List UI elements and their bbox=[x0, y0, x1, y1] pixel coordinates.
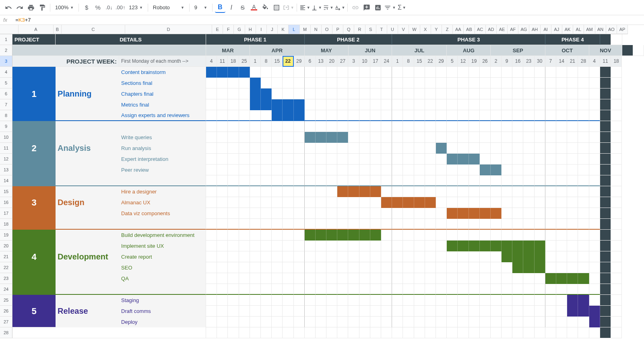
gantt-cell[interactable] bbox=[491, 88, 502, 99]
gantt-cell[interactable] bbox=[458, 306, 469, 317]
gantt-cell[interactable] bbox=[436, 132, 447, 143]
gantt-cell[interactable] bbox=[348, 88, 359, 99]
gantt-cell[interactable] bbox=[523, 230, 534, 241]
gantt-cell[interactable] bbox=[491, 110, 502, 121]
gantt-cell[interactable] bbox=[556, 219, 567, 230]
gantt-cell[interactable] bbox=[239, 110, 250, 121]
gantt-cell[interactable] bbox=[469, 143, 480, 154]
gantt-cell[interactable] bbox=[305, 175, 316, 186]
gantt-cell[interactable] bbox=[250, 219, 261, 230]
gantt-cell[interactable] bbox=[381, 143, 392, 154]
gantt-cell[interactable] bbox=[556, 132, 567, 143]
gantt-cell[interactable] bbox=[217, 186, 228, 197]
gantt-cell[interactable] bbox=[337, 251, 348, 262]
gantt-cell[interactable] bbox=[578, 154, 589, 165]
gantt-cell[interactable] bbox=[370, 208, 381, 219]
gantt-cell[interactable] bbox=[206, 251, 217, 262]
col-header-AO[interactable]: AO bbox=[606, 25, 617, 34]
gantt-cell[interactable] bbox=[589, 284, 600, 295]
col-header-F[interactable]: F bbox=[223, 25, 234, 34]
day-header[interactable]: 21 bbox=[567, 56, 578, 67]
gantt-cell[interactable] bbox=[381, 110, 392, 121]
gantt-cell[interactable] bbox=[392, 262, 403, 273]
gantt-cell[interactable] bbox=[403, 317, 414, 327]
stage-name[interactable] bbox=[56, 295, 119, 306]
gantt-cell[interactable] bbox=[337, 317, 348, 327]
gantt-cell[interactable] bbox=[589, 78, 600, 88]
gantt-cell[interactable] bbox=[469, 208, 480, 219]
stage-name[interactable] bbox=[56, 99, 119, 110]
gantt-cell[interactable] bbox=[261, 121, 272, 132]
gantt-cell[interactable] bbox=[436, 317, 447, 327]
gantt-cell[interactable] bbox=[414, 273, 425, 284]
task-label[interactable]: Implement site UX bbox=[119, 241, 206, 251]
stage-num[interactable] bbox=[12, 175, 56, 186]
gantt-cell[interactable] bbox=[206, 67, 217, 78]
gantt-cell[interactable] bbox=[305, 110, 316, 121]
gantt-cell[interactable] bbox=[283, 241, 293, 251]
col-header-O[interactable]: O bbox=[322, 25, 332, 34]
gantt-cell[interactable] bbox=[545, 197, 556, 208]
gantt-cell[interactable] bbox=[403, 132, 414, 143]
gantt-cell[interactable] bbox=[589, 165, 600, 175]
gantt-cell[interactable] bbox=[523, 88, 534, 99]
col-header-AJ[interactable]: AJ bbox=[551, 25, 562, 34]
gantt-cell[interactable] bbox=[348, 241, 359, 251]
gantt-cell[interactable] bbox=[502, 186, 512, 197]
gantt-cell[interactable] bbox=[469, 121, 480, 132]
gantt-cell[interactable] bbox=[283, 295, 293, 306]
gantt-cell[interactable] bbox=[502, 219, 512, 230]
gantt-cell[interactable] bbox=[545, 284, 556, 295]
gantt-cell[interactable] bbox=[239, 88, 250, 99]
day-header[interactable]: 30 bbox=[535, 56, 545, 67]
gantt-cell[interactable] bbox=[326, 295, 337, 306]
stage-num[interactable] bbox=[12, 186, 56, 197]
gantt-cell[interactable] bbox=[217, 78, 228, 88]
gantt-cell[interactable] bbox=[305, 67, 316, 78]
gantt-cell[interactable] bbox=[535, 121, 545, 132]
header-phase-1[interactable]: PHASE 1 bbox=[206, 34, 305, 45]
gantt-cell[interactable] bbox=[491, 262, 502, 273]
gantt-cell[interactable] bbox=[359, 262, 370, 273]
gantt-cell[interactable] bbox=[305, 154, 316, 165]
gantt-cell[interactable] bbox=[261, 110, 272, 121]
header-project[interactable]: PROJECT bbox=[12, 34, 56, 45]
gantt-cell[interactable] bbox=[589, 230, 600, 241]
format-more-select[interactable]: 123▼ bbox=[126, 2, 145, 13]
gantt-cell[interactable] bbox=[491, 251, 502, 262]
gantt-cell[interactable] bbox=[272, 143, 283, 154]
gantt-cell[interactable] bbox=[392, 165, 403, 175]
gantt-cell[interactable] bbox=[316, 78, 326, 88]
day-header[interactable]: 14 bbox=[556, 56, 567, 67]
gantt-cell[interactable] bbox=[535, 219, 545, 230]
gantt-cell[interactable] bbox=[206, 295, 217, 306]
gantt-cell[interactable] bbox=[326, 110, 337, 121]
gantt-cell[interactable] bbox=[359, 88, 370, 99]
gantt-cell[interactable] bbox=[348, 99, 359, 110]
stage-name[interactable] bbox=[56, 110, 119, 121]
gantt-cell[interactable] bbox=[272, 121, 283, 132]
gantt-cell[interactable] bbox=[370, 251, 381, 262]
gantt-cell[interactable] bbox=[535, 273, 545, 284]
gantt-cell[interactable] bbox=[348, 67, 359, 78]
gantt-cell[interactable] bbox=[305, 186, 316, 197]
col-header-A[interactable]: A bbox=[19, 25, 54, 34]
gantt-cell[interactable] bbox=[261, 88, 272, 99]
gantt-cell[interactable] bbox=[217, 143, 228, 154]
col-header-N[interactable]: N bbox=[311, 25, 322, 34]
gantt-cell[interactable] bbox=[436, 230, 447, 241]
row-header-17[interactable]: 17 bbox=[0, 208, 12, 219]
insert-link-button[interactable] bbox=[350, 2, 361, 13]
gantt-cell[interactable] bbox=[567, 295, 578, 306]
col-header-W[interactable]: W bbox=[409, 25, 420, 34]
gantt-cell[interactable] bbox=[392, 67, 403, 78]
fill-color-button[interactable] bbox=[260, 2, 270, 13]
gantt-cell[interactable] bbox=[359, 110, 370, 121]
gantt-cell[interactable] bbox=[337, 175, 348, 186]
gantt-cell[interactable] bbox=[370, 110, 381, 121]
col-header-AI[interactable]: AI bbox=[541, 25, 551, 34]
gantt-cell[interactable] bbox=[228, 175, 239, 186]
gantt-cell[interactable] bbox=[294, 143, 305, 154]
gantt-cell[interactable] bbox=[545, 219, 556, 230]
gantt-cell[interactable] bbox=[326, 78, 337, 88]
